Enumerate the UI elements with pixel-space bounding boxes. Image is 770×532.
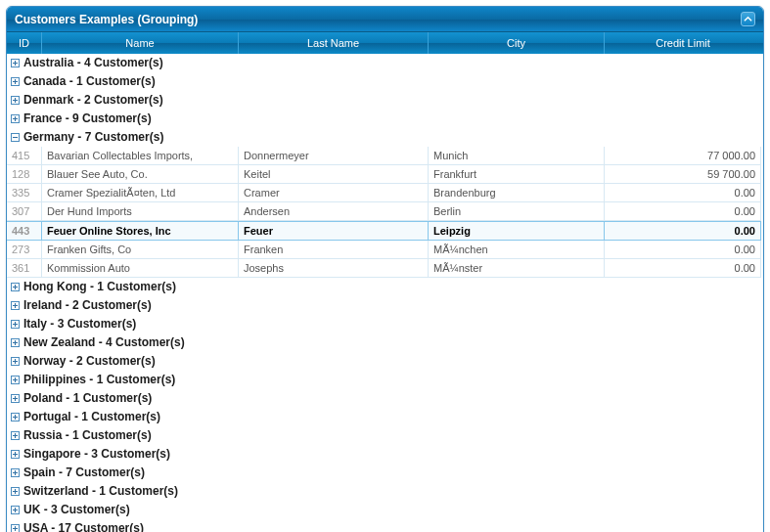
cell-credit: 0.00 xyxy=(605,241,761,259)
expand-group-icon[interactable] xyxy=(11,394,20,403)
group-label: Norway - 2 Customer(s) xyxy=(23,354,156,369)
cell-id: 443 xyxy=(7,221,42,241)
expand-group-icon[interactable] xyxy=(11,338,20,347)
group-label: France - 9 Customer(s) xyxy=(23,111,152,126)
cell-lname: Cramer xyxy=(239,184,429,202)
column-header-city[interactable]: City xyxy=(429,32,605,54)
grid-column-headers: ID Name Last Name City Credit Limit xyxy=(7,32,763,54)
collapse-button[interactable] xyxy=(741,12,755,26)
grid-body: Australia - 4 Customer(s)Canada - 1 Cust… xyxy=(7,54,763,532)
group-label: Russia - 1 Customer(s) xyxy=(23,428,152,443)
cell-city: Frankfurt xyxy=(429,165,605,184)
table-row[interactable]: 415Bavarian Collectables Imports,Donnerm… xyxy=(7,147,763,165)
table-row[interactable]: 307Der Hund ImportsAndersenBerlin0.00 xyxy=(7,202,763,221)
cell-lname: Andersen xyxy=(239,202,429,221)
column-header-credit[interactable]: Credit Limit xyxy=(605,32,761,54)
expand-group-icon[interactable] xyxy=(11,77,20,86)
group-label: Philippines - 1 Customer(s) xyxy=(23,373,175,387)
cell-credit: 0.00 xyxy=(605,259,761,278)
cell-id: 128 xyxy=(7,165,42,184)
cell-city: Berlin xyxy=(429,202,605,221)
cell-lname: Feuer xyxy=(239,221,429,241)
cell-id: 361 xyxy=(7,259,42,278)
group-row[interactable]: Hong Kong - 1 Customer(s) xyxy=(7,278,763,296)
group-row[interactable]: Spain - 7 Customer(s) xyxy=(7,464,763,482)
expand-group-icon[interactable] xyxy=(11,376,20,384)
expand-group-icon[interactable] xyxy=(11,431,20,440)
expand-group-icon[interactable] xyxy=(11,96,20,105)
table-row[interactable]: 335Cramer SpezialitÃ¤ten, LtdCramerBrand… xyxy=(7,184,763,202)
group-row[interactable]: New Zealand - 4 Customer(s) xyxy=(7,333,763,352)
cell-credit: 0.00 xyxy=(605,202,761,221)
group-label: USA - 17 Customer(s) xyxy=(23,521,144,532)
group-row[interactable]: USA - 17 Customer(s) xyxy=(7,519,763,532)
column-header-lastname[interactable]: Last Name xyxy=(239,32,429,54)
cell-name: Bavarian Collectables Imports, xyxy=(42,147,239,165)
expand-group-icon[interactable] xyxy=(11,301,20,310)
cell-city: Brandenburg xyxy=(429,184,605,202)
group-row[interactable]: Norway - 2 Customer(s) xyxy=(7,352,763,371)
group-label: Australia - 4 Customer(s) xyxy=(23,56,163,70)
cell-city: MÃ¼nchen xyxy=(429,241,605,259)
expand-group-icon[interactable] xyxy=(11,413,20,421)
group-row[interactable]: Denmark - 2 Customer(s) xyxy=(7,91,763,110)
customers-grid-panel: Customers Examples (Grouping) ID Name La… xyxy=(6,6,764,532)
group-row[interactable]: Poland - 1 Customer(s) xyxy=(7,389,763,408)
group-label: Switzerland - 1 Customer(s) xyxy=(23,484,178,499)
expand-group-icon[interactable] xyxy=(11,320,20,329)
cell-city: Leipzig xyxy=(429,221,605,241)
group-row[interactable]: Australia - 4 Customer(s) xyxy=(7,54,763,72)
table-row[interactable]: 443Feuer Online Stores, IncFeuerLeipzig0… xyxy=(7,221,763,241)
group-row[interactable]: Philippines - 1 Customer(s) xyxy=(7,371,763,389)
cell-id: 273 xyxy=(7,241,42,259)
expand-group-icon[interactable] xyxy=(11,468,20,477)
cell-id: 307 xyxy=(7,202,42,221)
expand-group-icon[interactable] xyxy=(11,524,20,532)
group-label: UK - 3 Customer(s) xyxy=(23,503,130,517)
group-row[interactable]: Switzerland - 1 Customer(s) xyxy=(7,482,763,501)
group-row[interactable]: France - 9 Customer(s) xyxy=(7,110,763,128)
expand-group-icon[interactable] xyxy=(11,283,20,291)
expand-group-icon[interactable] xyxy=(11,357,20,366)
group-row[interactable]: Portugal - 1 Customer(s) xyxy=(7,408,763,426)
group-row[interactable]: Germany - 7 Customer(s) xyxy=(7,128,763,147)
expand-group-icon[interactable] xyxy=(11,114,20,123)
cell-name: Blauer See Auto, Co. xyxy=(42,165,239,184)
group-row[interactable]: Ireland - 2 Customer(s) xyxy=(7,296,763,315)
table-row[interactable]: 361Kommission AutoJosephsMÃ¼nster0.00 xyxy=(7,259,763,278)
group-label: New Zealand - 4 Customer(s) xyxy=(23,335,185,350)
expand-group-icon[interactable] xyxy=(11,450,20,459)
cell-name: Cramer SpezialitÃ¤ten, Ltd xyxy=(42,184,239,202)
cell-credit: 77 000.00 xyxy=(605,147,761,165)
cell-lname: Donnermeyer xyxy=(239,147,429,165)
group-label: Spain - 7 Customer(s) xyxy=(23,466,145,480)
expand-group-icon[interactable] xyxy=(11,487,20,496)
expand-group-icon[interactable] xyxy=(11,506,20,514)
cell-credit: 59 700.00 xyxy=(605,165,761,184)
group-row[interactable]: Italy - 3 Customer(s) xyxy=(7,315,763,333)
panel-title: Customers Examples (Grouping) xyxy=(15,13,198,26)
column-header-id[interactable]: ID xyxy=(7,32,42,54)
group-row[interactable]: Russia - 1 Customer(s) xyxy=(7,426,763,445)
group-row[interactable]: UK - 3 Customer(s) xyxy=(7,501,763,519)
group-label: Canada - 1 Customer(s) xyxy=(23,74,156,89)
cell-lname: Josephs xyxy=(239,259,429,278)
group-label: Denmark - 2 Customer(s) xyxy=(23,93,163,108)
chevron-up-icon xyxy=(744,15,752,23)
cell-credit: 0.00 xyxy=(605,221,761,241)
group-row[interactable]: Singapore - 3 Customer(s) xyxy=(7,445,763,464)
cell-name: Der Hund Imports xyxy=(42,202,239,221)
collapse-group-icon[interactable] xyxy=(11,133,20,142)
table-row[interactable]: 273Franken Gifts, CoFrankenMÃ¼nchen0.00 xyxy=(7,241,763,259)
cell-name: Kommission Auto xyxy=(42,259,239,278)
expand-group-icon[interactable] xyxy=(11,59,20,67)
group-label: Singapore - 3 Customer(s) xyxy=(23,447,170,462)
group-label: Italy - 3 Customer(s) xyxy=(23,317,136,332)
cell-name: Feuer Online Stores, Inc xyxy=(42,221,239,241)
column-header-name[interactable]: Name xyxy=(42,32,239,54)
cell-lname: Keitel xyxy=(239,165,429,184)
table-row[interactable]: 128Blauer See Auto, Co.KeitelFrankfurt59… xyxy=(7,165,763,184)
group-label: Hong Kong - 1 Customer(s) xyxy=(23,280,176,294)
group-row[interactable]: Canada - 1 Customer(s) xyxy=(7,72,763,91)
panel-header: Customers Examples (Grouping) xyxy=(7,7,763,32)
